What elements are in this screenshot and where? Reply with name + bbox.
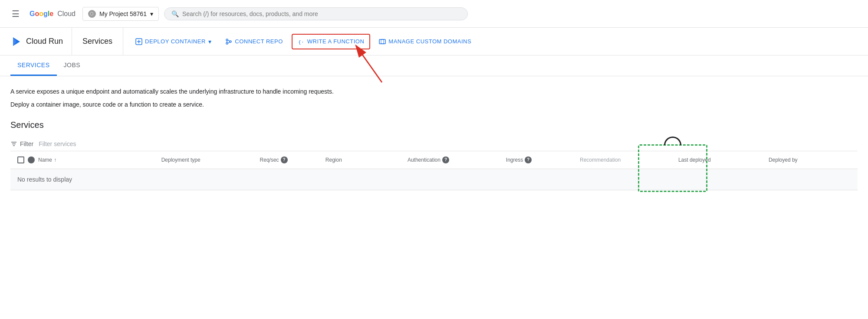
col-name-label: Name <box>38 157 52 163</box>
table-header-checkbox-col <box>17 156 38 163</box>
table-col-name: Name ↑ <box>38 157 161 163</box>
filter-label: Filter <box>20 140 33 147</box>
write-function-button[interactable]: {·} WRITE A FUNCTION <box>292 34 371 49</box>
write-function-icon: {·} <box>298 38 305 45</box>
col-ingress-label: Ingress <box>506 157 523 163</box>
manage-custom-domains-button[interactable]: MANAGE CUSTOM DOMAINS <box>374 35 477 49</box>
col-deployed-by-label: Deployed by <box>769 157 798 163</box>
svg-text:{·}: {·} <box>298 39 305 45</box>
manage-custom-domains-icon <box>379 38 386 45</box>
google-cloud-logo[interactable]: Google Cloud <box>30 10 76 18</box>
empty-message: No results to display <box>17 176 72 183</box>
services-section-title: Services <box>10 120 858 130</box>
svg-line-10 <box>228 42 230 43</box>
table-header: Name ↑ Deployment type Req/sec ? Region … <box>10 151 858 169</box>
connect-repo-button[interactable]: CONNECT REPO <box>220 35 288 49</box>
services-label: Services <box>72 28 123 55</box>
project-name: My Project 58761 <box>99 10 147 17</box>
cloud-run-logo-icon <box>10 36 23 48</box>
top-nav: ☰ Google Cloud ⬡ My Project 58761 ▾ 🔍 <box>0 0 868 28</box>
hamburger-icon: ☰ <box>12 9 20 19</box>
filter-icon <box>10 140 17 147</box>
col-req-label: Req/sec <box>260 157 279 163</box>
logo-cloud-text: Cloud <box>57 10 76 18</box>
product-logo-area: Cloud Run <box>7 28 72 55</box>
description-line1: A service exposes a unique endpoint and … <box>10 87 858 96</box>
col-rec-label: Recommendation <box>580 157 621 163</box>
connect-repo-label: CONNECT REPO <box>235 38 283 45</box>
col-deployment-label: Deployment type <box>161 157 201 163</box>
search-input[interactable] <box>182 10 460 17</box>
svg-point-7 <box>230 41 231 42</box>
search-bar[interactable]: 🔍 <box>164 7 468 20</box>
deploy-container-label: DEPLOY CONTAINER <box>145 38 206 45</box>
hamburger-button[interactable]: ☰ <box>7 5 24 23</box>
table-col-recommendation: Recommendation <box>580 157 678 163</box>
table-col-auth: Authentication ? <box>408 156 506 163</box>
logo-google: Google <box>30 10 53 18</box>
manage-custom-domains-label: MANAGE CUSTOM DOMAINS <box>388 38 471 45</box>
col-last-label: Last deployed <box>678 157 711 163</box>
deploy-dropdown-arrow-icon: ▾ <box>208 38 212 45</box>
col-region-label: Region <box>326 157 342 163</box>
action-buttons: DEPLOY CONTAINER ▾ CONNECT REPO {·} <box>123 34 861 49</box>
tab-services[interactable]: SERVICES <box>10 55 57 76</box>
svg-point-6 <box>226 42 228 44</box>
sort-name-icon[interactable]: ↑ <box>54 157 56 163</box>
req-help-icon[interactable]: ? <box>281 156 288 163</box>
description-line2: Deploy a container image, source code or… <box>10 100 858 109</box>
table-empty-row: No results to display <box>10 169 858 190</box>
table-col-deployed-by: Deployed by <box>769 157 851 163</box>
select-all-checkbox[interactable] <box>17 156 24 163</box>
svg-rect-13 <box>381 39 384 44</box>
svg-point-5 <box>226 39 228 41</box>
filter-row: Filter Filter services <box>10 137 858 151</box>
filter-button[interactable]: Filter <box>10 140 33 147</box>
svg-line-9 <box>228 40 230 41</box>
ingress-help-icon[interactable]: ? <box>525 156 532 163</box>
deploy-container-icon <box>135 38 142 45</box>
product-nav: Cloud Run Services DEPLOY CONTAINER ▾ <box>0 28 868 55</box>
col-auth-label: Authentication <box>408 157 441 163</box>
auth-help-icon[interactable]: ? <box>442 156 449 163</box>
filter-placeholder: Filter services <box>39 140 76 147</box>
project-dropdown-icon: ▾ <box>150 10 153 17</box>
project-icon: ⬡ <box>88 10 96 18</box>
tabs-row: SERVICES JOBS <box>0 55 868 76</box>
table-col-last-deployed: Last deployed <box>678 157 769 163</box>
table-col-deployment: Deployment type <box>161 157 260 163</box>
status-dot <box>28 156 35 163</box>
table-col-ingress: Ingress ? <box>506 156 580 163</box>
write-function-label: WRITE A FUNCTION <box>307 38 365 45</box>
table-col-req: Req/sec ? <box>260 156 326 163</box>
tab-jobs[interactable]: JOBS <box>57 55 88 76</box>
search-icon: 🔍 <box>171 10 179 17</box>
page-content: A service exposes a unique endpoint and … <box>0 76 868 201</box>
services-table: Name ↑ Deployment type Req/sec ? Region … <box>10 151 858 190</box>
connect-repo-icon <box>225 38 232 45</box>
deploy-container-button[interactable]: DEPLOY CONTAINER ▾ <box>130 35 217 49</box>
svg-rect-12 <box>379 39 385 44</box>
project-selector[interactable]: ⬡ My Project 58761 ▾ <box>82 7 159 21</box>
product-title: Cloud Run <box>26 37 63 46</box>
table-col-region: Region <box>326 157 408 163</box>
